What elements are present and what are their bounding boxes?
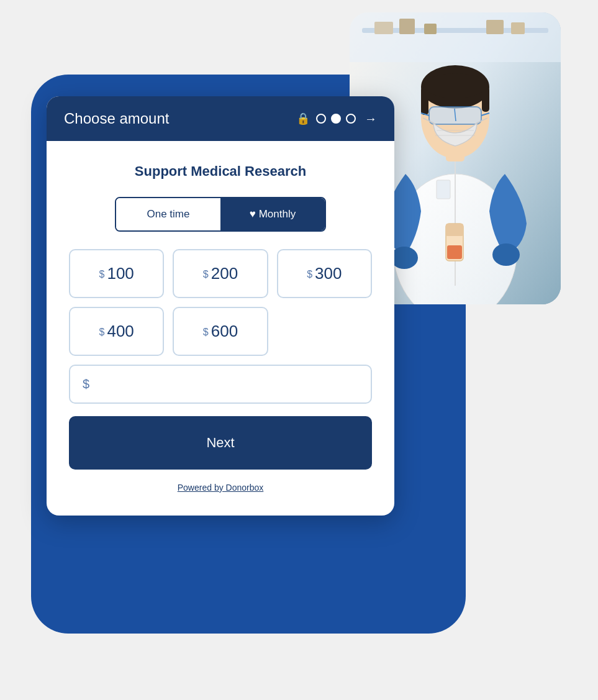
svg-rect-29 — [447, 245, 462, 259]
amount-value-2: 200 — [211, 264, 238, 283]
step-dot-3 — [346, 114, 356, 124]
step-dot-2 — [331, 114, 341, 124]
amount-grid-row2: $ 400 $ 600 — [69, 307, 372, 356]
monthly-label: Monthly — [259, 208, 296, 220]
amount-value-3: 300 — [315, 264, 342, 283]
widget-card: Choose amount 🔒 → Support Medical Resear… — [47, 96, 394, 516]
currency-sign-3: $ — [307, 269, 312, 280]
custom-amount-input[interactable] — [94, 378, 358, 391]
svg-rect-6 — [486, 20, 504, 34]
header-controls: 🔒 → — [296, 112, 377, 126]
next-button[interactable]: Next — [69, 416, 372, 470]
powered-by-link[interactable]: Powered by Donorbox — [178, 483, 264, 493]
page-wrapper: Choose amount 🔒 → Support Medical Resear… — [0, 0, 598, 700]
lock-icon: 🔒 — [296, 112, 310, 125]
amount-100-button[interactable]: $ 100 — [69, 249, 164, 298]
svg-rect-4 — [399, 19, 415, 34]
amount-400-button[interactable]: $ 400 — [69, 307, 164, 356]
currency-sign-2: $ — [203, 269, 209, 280]
custom-amount-wrapper: $ — [69, 365, 372, 404]
currency-sign-1: $ — [99, 269, 105, 280]
page-title: Choose amount — [64, 110, 169, 127]
currency-sign-4: $ — [99, 327, 105, 338]
amount-value-5: 600 — [211, 322, 238, 341]
amount-300-button[interactable]: $ 300 — [277, 249, 372, 298]
step-dots — [316, 114, 356, 124]
amount-200-button[interactable]: $ 200 — [173, 249, 268, 298]
svg-rect-1 — [350, 12, 561, 62]
heart-icon: ♥ — [250, 208, 256, 220]
svg-point-16 — [424, 73, 486, 98]
step-dot-1 — [316, 114, 326, 124]
custom-currency-sign: $ — [83, 377, 89, 391]
amount-600-button[interactable]: $ 600 — [173, 307, 268, 356]
currency-sign-5: $ — [203, 327, 209, 338]
one-time-button[interactable]: One time — [116, 198, 220, 230]
widget-body: Support Medical Research One time ♥ Mont… — [47, 141, 394, 516]
monthly-button[interactable]: ♥ Monthly — [220, 198, 325, 230]
svg-rect-7 — [511, 22, 525, 34]
svg-point-26 — [492, 243, 520, 266]
amount-value-4: 400 — [107, 322, 134, 341]
amount-value-1: 100 — [107, 264, 134, 283]
widget-footer: Powered by Donorbox — [69, 482, 372, 498]
svg-rect-5 — [424, 24, 437, 34]
svg-rect-3 — [374, 22, 393, 34]
frequency-toggle: One time ♥ Monthly — [115, 197, 326, 232]
svg-point-25 — [391, 247, 418, 269]
svg-rect-10 — [437, 180, 450, 199]
arrow-icon: → — [365, 112, 377, 126]
amount-grid-row1: $ 100 $ 200 $ 300 — [69, 249, 372, 298]
campaign-title: Support Medical Research — [69, 163, 372, 180]
svg-rect-28 — [446, 224, 463, 236]
widget-header: Choose amount 🔒 → — [47, 96, 394, 141]
